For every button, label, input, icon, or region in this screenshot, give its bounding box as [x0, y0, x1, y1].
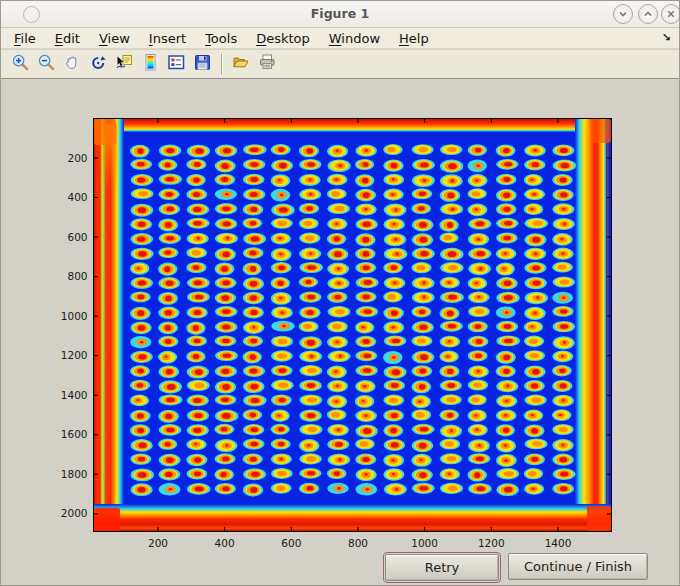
svg-text:1000: 1000 [61, 310, 88, 322]
svg-text:600: 600 [281, 537, 301, 549]
pan-icon [63, 53, 82, 76]
insert-legend-button[interactable] [164, 52, 188, 76]
dock-figure-icon[interactable]: ↘ [662, 31, 671, 44]
open-file-icon [231, 53, 251, 76]
save-figure-button[interactable] [190, 52, 214, 76]
insert-legend-icon [167, 53, 186, 76]
print-figure-icon [258, 53, 277, 76]
toolbar-separator [221, 54, 223, 74]
svg-text:600: 600 [67, 231, 87, 243]
zoom-out-button[interactable] [34, 52, 58, 76]
data-cursor-button[interactable] [112, 52, 136, 76]
retry-button[interactable]: Retry [385, 554, 499, 581]
svg-text:1800: 1800 [61, 468, 88, 480]
open-file-button[interactable] [229, 52, 253, 76]
rotate-3d-button[interactable] [86, 52, 110, 76]
insert-colorbar-button[interactable] [138, 52, 162, 76]
axes-plot: 2004006008001000120014002004006008001000… [1, 80, 679, 585]
svg-text:200: 200 [148, 537, 168, 549]
menu-desktop[interactable]: Desktop [256, 31, 310, 46]
svg-text:1200: 1200 [478, 537, 505, 549]
menu-tools[interactable]: Tools [205, 31, 237, 46]
menu-insert[interactable]: Insert [149, 31, 186, 46]
svg-text:1000: 1000 [411, 537, 438, 549]
data-cursor-icon [115, 53, 134, 76]
figure-window: Figure 1 FileEditViewInsertToolsDesktopW… [0, 0, 680, 586]
insert-colorbar-icon [141, 53, 160, 76]
print-figure-button[interactable] [255, 52, 279, 76]
minimize-button[interactable] [613, 4, 633, 24]
scan-image [94, 119, 612, 532]
pan-button[interactable] [60, 52, 84, 76]
svg-text:2000: 2000 [61, 507, 88, 519]
close-icon [665, 8, 677, 20]
menu-view[interactable]: View [99, 31, 130, 46]
svg-text:1400: 1400 [61, 389, 88, 401]
svg-text:1400: 1400 [545, 537, 572, 549]
maximize-button[interactable] [638, 4, 658, 24]
svg-text:200: 200 [67, 152, 87, 164]
menu-file[interactable]: File [14, 31, 36, 46]
svg-text:800: 800 [348, 537, 368, 549]
save-figure-icon [193, 53, 212, 76]
continue-finish-button[interactable]: Continue / Finish [508, 553, 648, 580]
zoom-out-icon [37, 53, 56, 76]
svg-text:1600: 1600 [61, 428, 88, 440]
menu-window[interactable]: Window [329, 31, 380, 46]
rotate-3d-icon [89, 53, 108, 76]
menu-edit[interactable]: Edit [55, 31, 80, 46]
menu-help[interactable]: Help [399, 31, 429, 46]
chevron-up-icon [642, 8, 654, 20]
svg-text:800: 800 [67, 270, 87, 282]
zoom-in-icon [11, 53, 30, 76]
zoom-in-button[interactable] [8, 52, 32, 76]
close-button[interactable] [661, 4, 680, 24]
menubar: FileEditViewInsertToolsDesktopWindowHelp… [1, 28, 679, 49]
svg-text:400: 400 [67, 191, 87, 203]
figure-toolbar [1, 50, 679, 79]
titlebar: Figure 1 [1, 1, 679, 28]
svg-text:1200: 1200 [61, 349, 88, 361]
figure-canvas: 2004006008001000120014002004006008001000… [1, 80, 679, 585]
chevron-down-icon [617, 8, 629, 20]
window-title: Figure 1 [1, 6, 679, 21]
svg-text:400: 400 [215, 537, 235, 549]
